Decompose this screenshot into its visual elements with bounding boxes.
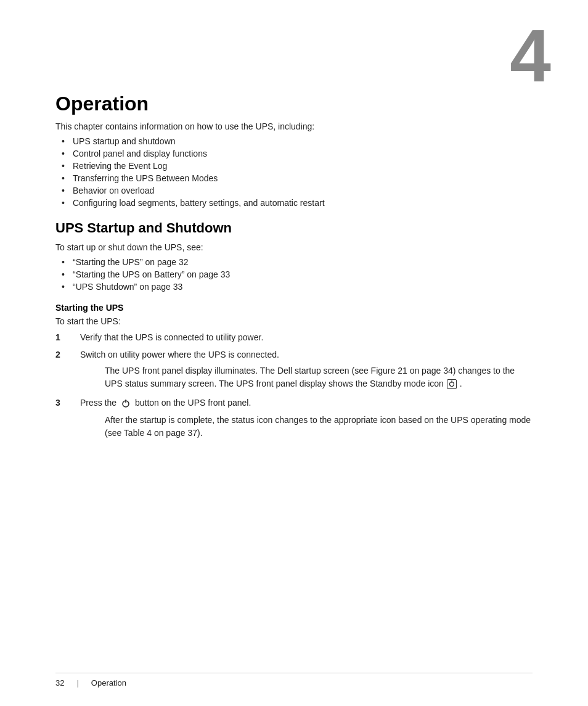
- list-item: Control panel and display functions: [62, 149, 533, 158]
- step-note: After the startup is complete, the statu…: [105, 414, 533, 440]
- step-text: Verify that the UPS is connected to util…: [80, 332, 263, 342]
- footer: 32 | Operation: [55, 673, 533, 688]
- section1-bullet-list: “Starting the UPS” on page 32 “Starting …: [62, 257, 533, 292]
- step-number: 2: [55, 350, 74, 359]
- power-icon-box: [447, 379, 457, 389]
- section1-title: UPS Startup and Shutdown: [55, 220, 533, 236]
- step-3: 3 Press the button on the UPS front pane…: [55, 398, 533, 440]
- list-item: Behavior on overload: [62, 186, 533, 195]
- subsection-intro: To start the UPS:: [55, 316, 533, 326]
- standby-icon-inline: [446, 379, 460, 388]
- chapter-title: Operation: [55, 92, 533, 115]
- step-content: Verify that the UPS is connected to util…: [80, 332, 533, 342]
- step-number: 1: [55, 332, 74, 342]
- list-item: Transferring the UPS Between Modes: [62, 173, 533, 183]
- list-item: Retrieving the Event Log: [62, 161, 533, 171]
- step-text-before: Press the: [80, 398, 116, 408]
- footer-chapter-name: Operation: [91, 678, 126, 688]
- step-content: Press the button on the UPS front panel.…: [80, 398, 533, 440]
- list-item: “Starting the UPS” on page 32: [62, 257, 533, 267]
- footer-separator: |: [76, 678, 78, 688]
- step-number: 3: [55, 398, 74, 408]
- step-note-text: After the startup is complete, the statu…: [105, 415, 531, 438]
- section1-intro: To start up or shut down the UPS, see:: [55, 242, 533, 252]
- step-note-period: .: [460, 379, 462, 388]
- chapter-intro: This chapter contains information on how…: [55, 121, 533, 131]
- page: 4 Operation This chapter contains inform…: [0, 0, 588, 706]
- power-button-icon: [120, 398, 131, 409]
- footer-page-number: 32: [55, 678, 64, 688]
- step-note: The UPS front panel display illuminates.…: [105, 364, 533, 390]
- list-item: UPS startup and shutdown: [62, 136, 533, 146]
- subsection-title: Starting the UPS: [55, 303, 533, 313]
- power-symbol-svg: [120, 398, 131, 409]
- list-item: “UPS Shutdown” on page 33: [62, 282, 533, 292]
- step-content: Switch on utility power where the UPS is…: [80, 350, 533, 390]
- step-text: Switch on utility power where the UPS is…: [80, 350, 279, 359]
- chapter-number: 4: [510, 18, 551, 92]
- intro-bullet-list: UPS startup and shutdown Control panel a…: [62, 136, 533, 208]
- list-item: “Starting the UPS on Battery” on page 33: [62, 269, 533, 279]
- step-2: 2 Switch on utility power where the UPS …: [55, 350, 533, 390]
- list-item: Configuring load segments, battery setti…: [62, 198, 533, 208]
- power-svg-icon: [448, 380, 455, 387]
- steps-list: 1 Verify that the UPS is connected to ut…: [55, 332, 533, 440]
- step-text-after: button on the UPS front panel.: [135, 398, 251, 408]
- step-1: 1 Verify that the UPS is connected to ut…: [55, 332, 533, 342]
